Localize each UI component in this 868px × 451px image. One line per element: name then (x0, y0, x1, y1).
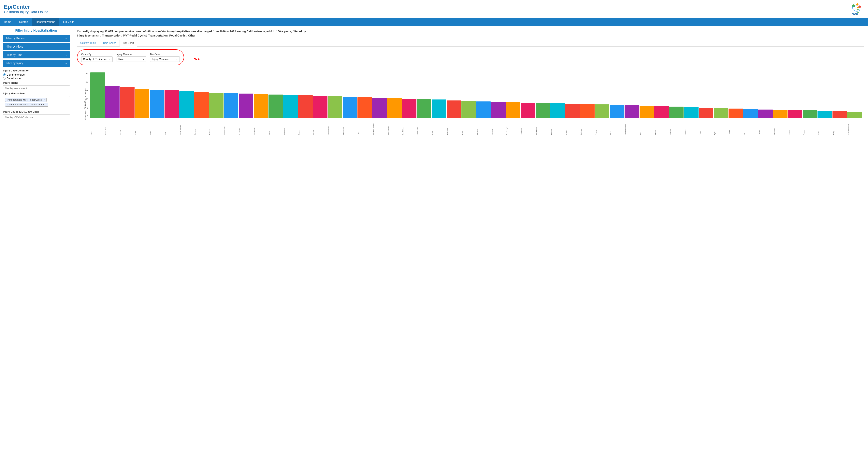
bar-item[interactable] (432, 99, 446, 118)
x-axis-label: San Joaquin (506, 118, 520, 136)
filter-person-button[interactable]: Filter by Person ⌄ (3, 35, 70, 42)
bar-item[interactable] (150, 90, 164, 118)
bar-item[interactable] (536, 103, 550, 118)
injury-intent-input[interactable] (3, 86, 70, 91)
bar-item[interactable] (580, 104, 595, 118)
injury-mechanism-label: Injury Mechanism (3, 92, 70, 95)
bar-item[interactable] (847, 112, 862, 118)
bar-item[interactable] (714, 108, 728, 118)
filter-time-button[interactable]: Filter by Time ⌄ (3, 51, 70, 58)
bar-item[interactable] (595, 104, 609, 118)
bar-item[interactable] (164, 90, 179, 118)
bar-item[interactable] (298, 95, 312, 118)
bar-item[interactable] (640, 106, 654, 118)
tab-custom-table[interactable]: Custom Table (77, 40, 99, 46)
bar-item[interactable] (833, 111, 847, 118)
x-axis-label: Orange (298, 118, 312, 136)
bar-item[interactable] (372, 98, 386, 118)
tag-mvt-pedal-remove[interactable]: × (44, 98, 45, 101)
bar-item[interactable] (728, 109, 743, 118)
bar-item[interactable] (669, 107, 684, 118)
filter-place-label: Filter by Place (6, 45, 23, 48)
bar-item[interactable] (194, 92, 209, 118)
bar-item[interactable] (209, 93, 223, 118)
x-axis-label: De Norte (476, 118, 491, 136)
comprehensive-radio-group: Comprehensive Surveillance (3, 73, 70, 80)
surveillance-radio[interactable] (3, 77, 5, 80)
bar-item[interactable] (491, 102, 505, 118)
bar-item[interactable] (684, 107, 699, 118)
bar-item[interactable] (254, 94, 268, 118)
bar-item[interactable] (224, 93, 238, 118)
bar-item[interactable] (120, 87, 134, 118)
x-axis-label: San Benito (536, 118, 550, 136)
bar-item[interactable] (402, 99, 416, 118)
bar-item[interactable] (328, 96, 342, 118)
bar-item[interactable] (179, 91, 194, 118)
bar-item[interactable] (654, 106, 669, 118)
tag-mvt-pedal-text: Transportation: MVT-Pedal Cyclist (6, 98, 42, 101)
bar-item[interactable] (699, 108, 713, 118)
bar-item[interactable] (610, 105, 624, 118)
bar-item[interactable] (550, 103, 565, 118)
bar-item[interactable] (135, 89, 149, 118)
bar-item[interactable] (788, 110, 802, 118)
bar-item[interactable] (758, 110, 773, 118)
x-axis-label: Mendocino (343, 118, 357, 136)
nav-item-deaths[interactable]: Deaths (15, 18, 32, 26)
bar-item[interactable] (521, 102, 535, 118)
y-tick-15: 15 (79, 90, 89, 92)
comprehensive-radio[interactable] (3, 73, 5, 76)
bar-item[interactable] (506, 102, 520, 118)
bar-item[interactable] (476, 101, 491, 118)
bar-item[interactable] (446, 100, 461, 118)
bar-item[interactable] (803, 110, 817, 118)
bar-item[interactable] (105, 86, 120, 118)
bar-item[interactable] (817, 111, 832, 118)
x-axis-label: Amador (565, 118, 580, 136)
bar-item[interactable] (387, 98, 402, 118)
group-by-select[interactable]: County of Residence Age Group Sex Race/E… (81, 56, 113, 62)
tab-bar-chart[interactable]: Bar Chart (120, 40, 137, 47)
bar-item[interactable] (313, 96, 328, 118)
bar-item[interactable] (743, 109, 758, 118)
injury-case-label: Injury Case Definition (3, 69, 70, 72)
nav-item-hospitalizations[interactable]: Hospitalizations (32, 18, 59, 26)
bar-item[interactable] (358, 97, 372, 118)
injury-cause-label: Injury Cause ICD-10-CM Code (3, 110, 70, 113)
filter-injury-button[interactable]: Filter by Injury ⌄ (3, 60, 70, 67)
bar-item[interactable] (565, 103, 580, 118)
bar-item[interactable] (343, 97, 357, 118)
x-axis-label: Placer (150, 118, 164, 136)
tab-time-series[interactable]: Time Series (99, 40, 120, 46)
bar-item[interactable] (283, 95, 298, 118)
comprehensive-label[interactable]: Comprehensive (3, 73, 70, 76)
bar-item[interactable] (461, 101, 476, 118)
x-axis-label: Sacramento (224, 118, 238, 136)
svg-text:CDPH: CDPH (852, 13, 858, 16)
x-axis-label: Stanislaus (521, 118, 535, 136)
bar-item[interactable] (625, 106, 639, 118)
svg-point-3 (857, 7, 859, 8)
injury-case-section: Injury Case Definition Comprehensive Sur… (3, 69, 70, 121)
bar-order-select[interactable]: Injury Measure Alphabetical (150, 56, 180, 62)
filter-time-label: Filter by Time (6, 53, 22, 56)
bar-item[interactable] (269, 94, 283, 118)
tag-pedal-other-remove[interactable]: × (45, 103, 47, 106)
bar-item[interactable] (417, 99, 431, 118)
x-axis-label: Los Angeles (387, 118, 402, 136)
filter-person-chevron: ⌄ (65, 37, 67, 40)
injury-measure-select[interactable]: Rate Count Age-adjusted Rate (117, 56, 146, 62)
injury-cause-input[interactable] (3, 115, 70, 120)
bar-item[interactable] (239, 94, 253, 118)
x-axis-label: Sonoma (194, 118, 209, 136)
bar-item[interactable] (90, 72, 105, 118)
nav-item-ed-visits[interactable]: ED Visits (59, 18, 78, 26)
nav-item-home[interactable]: Home (0, 18, 15, 26)
filter-place-button[interactable]: Filter by Place ⌄ (3, 43, 70, 50)
x-axis-label: Santa Barbara (179, 118, 194, 136)
bar-order-label: Bar Order (150, 53, 180, 56)
bar-item[interactable] (773, 110, 787, 118)
svg-point-1 (856, 3, 859, 5)
surveillance-label[interactable]: Surveillance (3, 77, 70, 80)
